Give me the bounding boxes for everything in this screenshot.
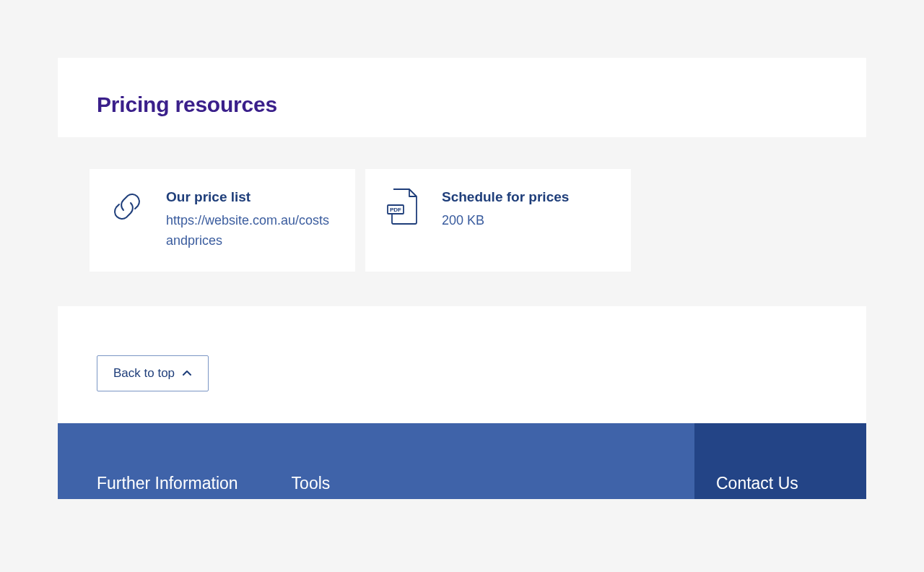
card-subtitle: https://website.com.au/costsandprices (166, 211, 336, 251)
chevron-up-icon (182, 368, 192, 378)
section-title: Pricing resources (97, 92, 827, 117)
footer-heading-contact[interactable]: Contact Us (716, 474, 866, 493)
footer-left: Further Information Tools (58, 423, 694, 499)
card-title: Our price list (166, 189, 336, 205)
resource-card-pdf[interactable]: PDF Schedule for prices 200 KB (365, 169, 631, 272)
card-title: Schedule for prices (442, 189, 612, 205)
card-text: Schedule for prices 200 KB (442, 188, 612, 231)
link-icon (108, 188, 146, 225)
footer-right: Contact Us (694, 423, 866, 499)
footer-heading-tools[interactable]: Tools (292, 474, 331, 499)
svg-text:PDF: PDF (390, 207, 401, 213)
card-subtitle: 200 KB (442, 211, 612, 231)
page-container: Pricing resources Our price list https:/… (58, 58, 866, 499)
resource-card-link[interactable]: Our price list https://website.com.au/co… (90, 169, 355, 272)
back-to-top-section: Back to top (58, 306, 866, 423)
footer-heading-further-info[interactable]: Further Information (97, 474, 238, 499)
section-header: Pricing resources (58, 58, 866, 137)
footer: Further Information Tools Contact Us (58, 423, 866, 499)
card-text: Our price list https://website.com.au/co… (166, 188, 336, 251)
back-to-top-label: Back to top (113, 366, 175, 381)
back-to-top-button[interactable]: Back to top (97, 355, 209, 391)
pdf-file-icon: PDF (384, 188, 422, 225)
resources-panel: Our price list https://website.com.au/co… (58, 137, 866, 306)
